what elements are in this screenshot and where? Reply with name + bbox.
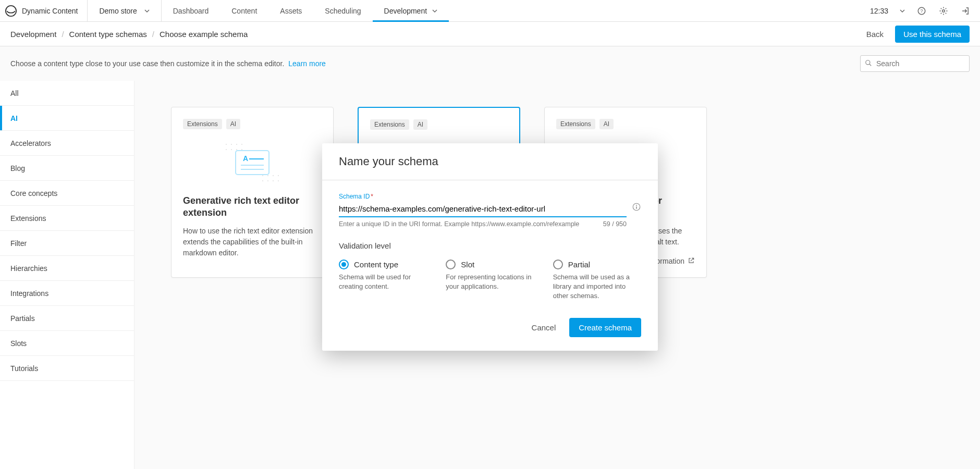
schema-id-input[interactable] (339, 201, 627, 217)
svg-point-56 (636, 205, 637, 206)
radio-icon (553, 260, 563, 269)
info-icon[interactable] (632, 202, 641, 213)
schema-id-label: Schema ID* (339, 193, 627, 200)
char-counter: 59 / 950 (603, 220, 627, 228)
svg-rect-57 (636, 206, 637, 209)
radio-label: Slot (461, 260, 474, 269)
radio-label: Partial (568, 260, 591, 269)
radio-icon (446, 260, 456, 269)
radio-description: For representing locations in your appli… (446, 273, 534, 291)
radio-slot[interactable]: Slot For representing locations in your … (446, 260, 534, 301)
create-schema-button[interactable]: Create schema (569, 318, 641, 337)
radio-description: Schema will be used as a library and imp… (553, 273, 641, 301)
name-schema-modal: Name your schema Schema ID* Enter a uniq… (322, 143, 658, 351)
field-label-text: Schema ID (339, 193, 370, 200)
validation-level-radios: Content type Schema will be used for cre… (339, 260, 641, 301)
required-asterisk: * (371, 193, 373, 200)
validation-level-title: Validation level (339, 241, 641, 250)
radio-partial[interactable]: Partial Schema will be used as a library… (553, 260, 641, 301)
cancel-button[interactable]: Cancel (529, 323, 559, 332)
modal-overlay: Name your schema Schema ID* Enter a uniq… (0, 0, 980, 469)
modal-title: Name your schema (322, 143, 658, 180)
radio-content-type[interactable]: Content type Schema will be used for cre… (339, 260, 427, 301)
schema-id-hint: Enter a unique ID in the URI format. Exa… (339, 220, 579, 228)
radio-label: Content type (354, 260, 398, 269)
radio-description: Schema will be used for creating content… (339, 273, 427, 291)
radio-icon (339, 260, 349, 269)
